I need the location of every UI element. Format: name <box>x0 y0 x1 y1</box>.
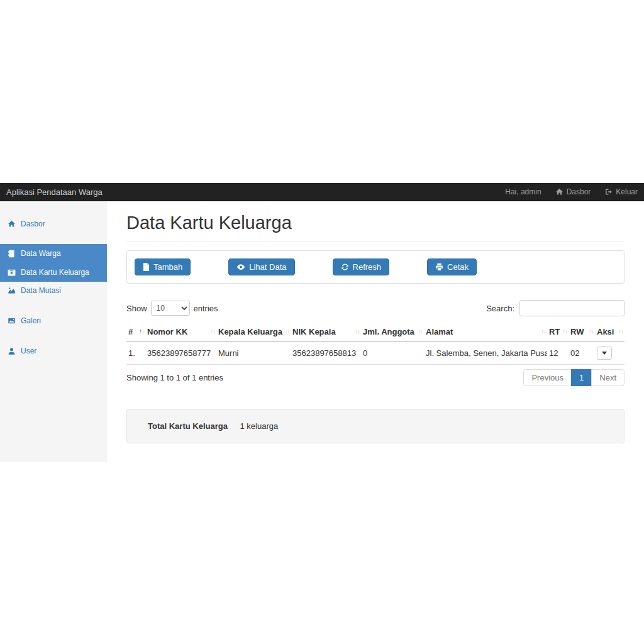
navbar-right: Hai, admin Dasbor Keluar <box>505 187 638 196</box>
total-kartu-keluarga-label: Total Kartu Keluarga <box>148 421 228 431</box>
sort-icon: ↑↓ <box>541 328 546 335</box>
entries-control: Show 10 entries <box>126 301 218 316</box>
navbar-keluar-link[interactable]: Keluar <box>604 187 638 196</box>
sort-icon: ↑↓ <box>210 328 215 335</box>
user-icon <box>8 347 16 355</box>
sort-icon: ↑↓ <box>355 328 360 335</box>
sort-icon: ↑↓ <box>139 328 144 335</box>
cetak-label: Cetak <box>447 262 469 272</box>
navbar-dasbor-label: Dasbor <box>567 187 591 196</box>
navbar-greeting: Hai, admin <box>505 187 541 196</box>
image-icon <box>8 317 16 325</box>
table-info: Showing 1 to 1 of 1 entries <box>126 373 223 382</box>
sidebar-item-label: Data Mutasi <box>21 286 61 295</box>
toolbar-panel: Tambah Lihat Data Refresh <box>126 250 625 284</box>
sort-icon: ↑↓ <box>562 328 567 335</box>
chart-area-icon <box>8 287 16 294</box>
eye-icon <box>236 264 245 270</box>
sort-icon: ↑↓ <box>418 328 423 335</box>
cell-rw: 02 <box>569 341 595 365</box>
row-actions-dropdown-button[interactable] <box>597 347 612 360</box>
cell-jml-anggota: 0 <box>361 341 424 365</box>
sidebar-item-data-warga[interactable]: Data Warga <box>0 244 107 263</box>
home-icon <box>8 220 16 228</box>
caret-down-icon <box>602 352 607 355</box>
top-navbar: Aplikasi Pendataan Warga Hai, admin Dasb… <box>0 183 644 201</box>
cetak-button[interactable]: Cetak <box>427 258 477 275</box>
tambah-button[interactable]: Tambah <box>135 258 191 275</box>
lihat-data-button[interactable]: Lihat Data <box>228 258 294 275</box>
refresh-button[interactable]: Refresh <box>333 258 390 275</box>
column-header-nik-kepala[interactable]: NIK Kepala↑↓ <box>291 323 361 341</box>
page-title: Data Kartu Keluarga <box>126 213 625 242</box>
column-header-aksi[interactable]: Aksi↑↓ <box>595 323 625 341</box>
column-header-num[interactable]: #↑↓ <box>126 323 145 341</box>
address-card-icon <box>8 269 16 277</box>
cell-rt: 12 <box>547 341 569 365</box>
pagination: Previous 1 Next <box>523 369 625 386</box>
column-header-alamat[interactable]: Alamat↑↓ <box>424 323 547 341</box>
sort-icon: ↑↓ <box>589 328 594 335</box>
navbar-keluar-label: Keluar <box>616 187 638 196</box>
file-icon <box>143 263 150 271</box>
sidebar: Dasbor Data Warga Data Kartu Keluarga <box>0 201 107 462</box>
address-book-icon <box>8 250 16 258</box>
lihat-data-label: Lihat Data <box>249 262 286 272</box>
cell-nomor-kk: 35623897658777 <box>145 341 216 365</box>
refresh-label: Refresh <box>353 262 382 272</box>
total-kartu-keluarga-value: 1 keluarga <box>240 421 279 431</box>
refresh-icon <box>341 263 349 271</box>
column-header-rt[interactable]: RT↑↓ <box>547 323 569 341</box>
sidebar-item-label: Galeri <box>21 316 41 325</box>
sidebar-item-label: User <box>21 347 36 355</box>
column-header-kepala-keluarga[interactable]: Kepala Keluarga↑↓ <box>216 323 291 341</box>
sidebar-item-user[interactable]: User <box>0 342 107 360</box>
app-body: Dasbor Data Warga Data Kartu Keluarga <box>0 201 644 462</box>
sidebar-item-galeri[interactable]: Galeri <box>0 312 107 330</box>
page: Aplikasi Pendataan Warga Hai, admin Dasb… <box>0 0 644 644</box>
navbar-dasbor-link[interactable]: Dasbor <box>555 187 591 196</box>
sidebar-item-label: Data Kartu Keluarga <box>21 268 89 277</box>
tambah-label: Tambah <box>153 262 182 272</box>
table-header-row: #↑↓ Nomor KK↑↓ Kepala Keluarga↑↓ NIK Kep… <box>126 323 625 341</box>
cell-nik-kepala: 35623897658813 <box>291 341 361 365</box>
main-content: Data Kartu Keluarga Tambah Lihat Data <box>107 201 644 462</box>
app-brand[interactable]: Aplikasi Pendataan Warga <box>6 187 103 197</box>
search-control: Search: <box>486 300 625 316</box>
top-whitespace <box>0 0 644 183</box>
sidebar-item-data-kartu-keluarga[interactable]: Data Kartu Keluarga <box>0 263 107 282</box>
pagination-previous[interactable]: Previous <box>523 369 572 386</box>
logout-icon <box>604 188 613 196</box>
print-icon <box>435 263 443 271</box>
show-label: Show <box>126 304 147 313</box>
total-summary-panel: Total Kartu Keluarga 1 keluarga <box>126 409 625 443</box>
sidebar-item-dasbor[interactable]: Dasbor <box>0 215 107 233</box>
cell-kepala-keluarga: Murni <box>216 341 291 365</box>
entries-label: entries <box>194 304 218 313</box>
sidebar-item-label: Dasbor <box>21 219 45 228</box>
column-header-jml-anggota[interactable]: Jml. Anggota↑↓ <box>361 323 424 341</box>
cell-aksi <box>595 341 625 365</box>
home-icon <box>555 188 564 196</box>
pagination-page-1[interactable]: 1 <box>571 369 592 386</box>
pagination-next[interactable]: Next <box>591 369 625 386</box>
column-header-rw[interactable]: RW↑↓ <box>569 323 595 341</box>
sort-icon: ↑↓ <box>618 328 623 335</box>
datatable-footer: Showing 1 to 1 of 1 entries Previous 1 N… <box>126 369 625 386</box>
cell-alamat: Jl. Salemba, Senen, Jakarta Pusat <box>424 341 547 365</box>
page-length-select[interactable]: 10 <box>151 301 190 316</box>
search-label: Search: <box>486 304 514 313</box>
cell-num: 1. <box>126 341 145 365</box>
sidebar-item-data-mutasi[interactable]: Data Mutasi <box>0 282 107 299</box>
kartu-keluarga-table: #↑↓ Nomor KK↑↓ Kepala Keluarga↑↓ NIK Kep… <box>126 323 625 365</box>
column-header-nomor-kk[interactable]: Nomor KK↑↓ <box>145 323 216 341</box>
sort-icon: ↑↓ <box>284 328 289 335</box>
table-row: 1. 35623897658777 Murni 35623897658813 0… <box>126 341 625 365</box>
datatable-controls: Show 10 entries Search: <box>126 300 625 316</box>
sidebar-item-label: Data Warga <box>21 249 61 258</box>
search-input[interactable] <box>519 300 625 316</box>
